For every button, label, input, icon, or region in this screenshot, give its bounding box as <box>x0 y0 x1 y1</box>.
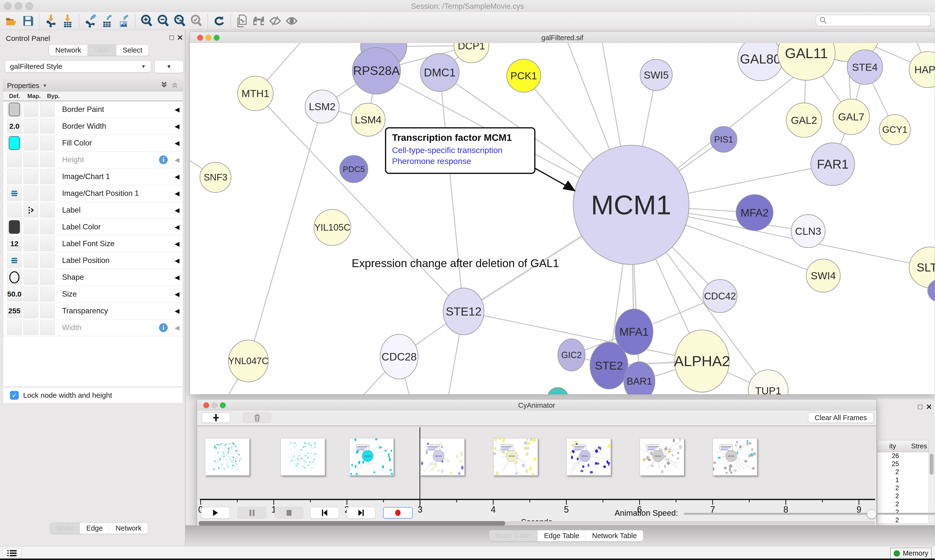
collapse-all-icon[interactable] <box>171 81 179 91</box>
frame-thumbnail[interactable]: MCM1 <box>566 438 611 475</box>
expand-property-icon[interactable]: ◀ <box>174 257 179 265</box>
network-window-titlebar[interactable]: galFiltered.sif <box>190 32 935 43</box>
bypass-value-cell[interactable] <box>40 169 55 184</box>
table-row[interactable]: 2 <box>878 468 929 476</box>
table-row[interactable]: 25 <box>878 460 929 468</box>
property-row[interactable]: Fill Color◀ <box>3 135 183 152</box>
property-row[interactable]: 255Transparency◀ <box>3 303 183 319</box>
mapping-value-cell[interactable] <box>24 320 38 335</box>
expand-property-icon[interactable]: ◀ <box>174 307 179 315</box>
annotation-link[interactable]: Pheromone response <box>392 157 528 166</box>
default-value-cell[interactable] <box>7 136 22 150</box>
table-row[interactable]: 2 <box>878 500 929 508</box>
property-row[interactable]: Image/Chart 1◀ <box>3 168 183 185</box>
zoom-selected-icon[interactable] <box>190 15 202 27</box>
style-options-button[interactable]: ▼ <box>154 60 184 73</box>
frame-thumbnail[interactable] <box>281 438 325 475</box>
expand-property-icon[interactable]: ◀ <box>174 123 179 130</box>
expand-property-icon[interactable]: ◀ <box>174 190 179 197</box>
bypass-value-cell[interactable] <box>40 102 55 117</box>
property-row[interactable]: 2.0Border Width◀ <box>3 118 183 135</box>
mapping-value-cell[interactable] <box>24 237 38 251</box>
tab-network[interactable]: Network <box>49 45 88 56</box>
float-panel-icon[interactable]: □ <box>918 403 922 411</box>
tab-node-style[interactable]: Node <box>50 523 80 534</box>
mapping-value-cell[interactable] <box>24 220 38 234</box>
expand-property-icon[interactable]: ◀ <box>174 291 179 298</box>
cyanimator-scrollbar-thumb[interactable] <box>199 521 505 525</box>
table-row[interactable]: 2 <box>878 508 929 517</box>
export-table-icon[interactable] <box>101 15 113 27</box>
bypass-value-cell[interactable] <box>40 203 55 217</box>
node-table-header[interactable]: ity Stres <box>878 440 929 452</box>
property-row[interactable]: Label◀ <box>3 202 183 219</box>
duplicate-network-icon[interactable] <box>236 15 248 27</box>
tab-network-table[interactable]: Network Table <box>586 530 643 541</box>
info-icon[interactable]: i <box>159 323 168 332</box>
table-row[interactable]: 26 <box>878 452 929 460</box>
table-row[interactable]: 2 <box>878 485 929 492</box>
column-header[interactable]: ity <box>878 442 896 450</box>
property-row[interactable]: 50.0Size◀ <box>3 286 183 303</box>
default-value-cell[interactable] <box>7 152 22 167</box>
column-header[interactable]: Stres <box>911 442 927 450</box>
zoom-fit-icon[interactable] <box>173 15 186 27</box>
mapping-value-cell[interactable] <box>24 102 38 117</box>
mapping-value-cell[interactable] <box>24 270 38 285</box>
expand-all-icon[interactable] <box>160 81 168 91</box>
bypass-value-cell[interactable] <box>40 304 55 318</box>
default-value-cell[interactable]: 255 <box>7 304 22 318</box>
default-value-cell[interactable] <box>7 220 22 234</box>
network-node[interactable] <box>548 388 568 394</box>
tab-select[interactable]: Select <box>116 45 149 56</box>
animation-speed-slider[interactable] <box>684 513 935 515</box>
property-row[interactable]: Image/Chart Position 1◀ <box>3 185 183 202</box>
hide-selected-icon[interactable] <box>269 15 281 27</box>
save-session-icon[interactable] <box>22 15 35 27</box>
lock-size-checkbox[interactable]: ✓ <box>10 391 19 400</box>
mapping-value-cell[interactable] <box>24 304 38 318</box>
node-table[interactable]: ity Stres 26252122222 <box>877 440 929 524</box>
property-row[interactable]: 12Label Font Size◀ <box>3 235 183 252</box>
expand-property-icon[interactable]: ◀ <box>174 324 179 332</box>
bypass-value-cell[interactable] <box>40 186 55 201</box>
default-value-cell[interactable] <box>7 169 22 184</box>
mapping-value-cell[interactable] <box>24 169 38 184</box>
record-button[interactable] <box>383 507 413 518</box>
expand-property-icon[interactable]: ◀ <box>174 156 179 164</box>
bypass-value-cell[interactable] <box>40 270 55 285</box>
expand-property-icon[interactable]: ◀ <box>174 223 179 231</box>
style-selector-dropdown[interactable]: galFiltered Style ▼ <box>5 60 151 72</box>
table-row[interactable]: 1 <box>878 476 929 485</box>
cyanimator-titlebar[interactable]: CyAnimator <box>197 400 876 411</box>
bypass-value-cell[interactable] <box>40 237 55 251</box>
bypass-value-cell[interactable] <box>40 119 55 134</box>
previous-frame-button[interactable] <box>310 507 339 518</box>
import-table-icon[interactable] <box>61 15 74 27</box>
expand-property-icon[interactable]: ◀ <box>174 206 179 214</box>
info-icon[interactable]: i <box>159 155 168 164</box>
default-value-cell[interactable] <box>7 270 22 285</box>
next-frame-button[interactable] <box>347 507 375 518</box>
property-row[interactable]: Label Position◀ <box>3 252 183 269</box>
property-row[interactable]: Heighti◀ <box>3 152 183 168</box>
frames-timeline-area[interactable]: MCM1MCM1MCM1MCM1MCM1MCM1 0123456789 Seco… <box>197 426 876 500</box>
search-field[interactable] <box>816 15 930 26</box>
import-network-icon[interactable] <box>45 15 57 27</box>
mapping-value-cell[interactable] <box>24 203 38 217</box>
tab-network-style[interactable]: Network <box>110 523 148 534</box>
property-row[interactable]: Shape◀ <box>3 269 183 286</box>
clear-all-frames-button[interactable]: Clear All Frames <box>808 412 873 423</box>
default-value-cell[interactable] <box>7 253 22 268</box>
bypass-value-cell[interactable] <box>40 287 55 302</box>
animation-speed-handle[interactable] <box>867 509 876 519</box>
frame-thumbnail[interactable]: MCM1 <box>640 438 684 475</box>
bypass-value-cell[interactable] <box>40 136 55 150</box>
default-value-cell[interactable]: 50.0 <box>7 287 22 302</box>
float-panel-icon[interactable]: □ <box>170 33 174 42</box>
close-panel-icon[interactable]: ✕ <box>926 403 932 411</box>
default-value-cell[interactable] <box>7 203 22 217</box>
expand-property-icon[interactable]: ◀ <box>174 173 179 180</box>
memory-button[interactable]: Memory <box>890 548 932 559</box>
table-row[interactable]: 2 <box>878 517 929 525</box>
